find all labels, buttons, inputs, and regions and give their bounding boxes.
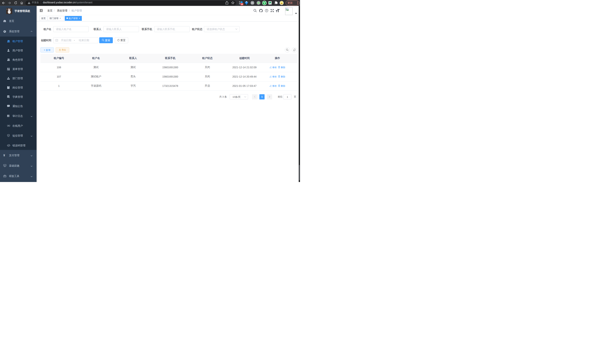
svg-text:¥: ¥ bbox=[3, 154, 5, 157]
